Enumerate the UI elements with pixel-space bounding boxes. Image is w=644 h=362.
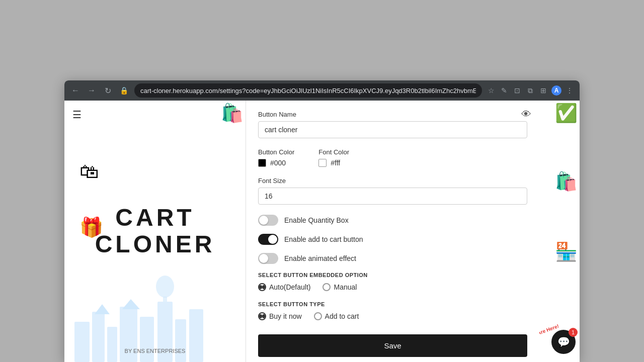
animated-toggle-knob <box>259 254 268 263</box>
user-avatar[interactable]: A <box>551 85 561 96</box>
button-name-label: Button Name <box>258 111 527 118</box>
menu-icon[interactable]: ⋮ <box>565 85 575 96</box>
svg-rect-2 <box>107 327 117 362</box>
cart-toggle-label: Enable add to cart button <box>284 235 363 243</box>
deco-market-icon: 🏪 <box>555 241 578 262</box>
svg-rect-11 <box>163 297 167 302</box>
buy-radio-label: Buy it now <box>269 312 302 320</box>
add-radio-item[interactable]: Add to cart <box>314 312 359 320</box>
right-deco-column: ✅ 🛍️ 🏪 We Are Here! 💬 1 <box>539 101 580 362</box>
buy-radio-circle <box>258 312 266 320</box>
embedded-radio-group: Auto(Default) Manual <box>258 283 527 291</box>
back-button[interactable]: ← <box>69 84 82 97</box>
browser-actions: ☆ ✎ ⊡ ⧉ ⊞ A ⋮ <box>486 85 575 96</box>
button-color-value: #000 <box>258 159 294 167</box>
sidebar: ☰ 🛍️ CART CLONER 🛍 🎁 <box>64 101 246 362</box>
embedded-section-title: SELECT BUTTON EMBEDDED OPTION <box>258 272 527 278</box>
sidebar-menu-icon[interactable]: ☰ <box>72 109 82 121</box>
cart-toggle-row: Enable add to cart button <box>258 234 527 245</box>
deco-gift: 🎁 <box>79 216 103 238</box>
auto-radio-circle <box>258 283 266 291</box>
animated-toggle-label: Enable animated effect <box>284 254 356 262</box>
manual-radio-item[interactable]: Manual <box>323 283 357 291</box>
svg-marker-9 <box>122 299 140 309</box>
eye-icon[interactable]: 👁 <box>521 109 531 120</box>
deco-bags-icon: 🛍️ <box>555 171 578 192</box>
quantity-toggle-knob <box>259 216 268 225</box>
chat-icon: 💬 <box>557 336 570 348</box>
quantity-toggle[interactable] <box>258 215 278 226</box>
cart-toggle[interactable] <box>258 234 278 245</box>
lock-icon: 🔒 <box>120 86 128 95</box>
brand-container: CART CLONER <box>95 205 215 258</box>
grid-icon[interactable]: ⊞ <box>538 85 548 96</box>
add-radio-label: Add to cart <box>325 312 359 320</box>
buy-radio-item[interactable]: Buy it now <box>258 312 302 320</box>
svg-marker-8 <box>95 304 110 314</box>
type-section-title: SELECT BUTTON TYPE <box>258 301 527 307</box>
manual-radio-label: Manual <box>334 283 357 291</box>
font-size-group: Font Size <box>258 177 527 205</box>
customize-icon[interactable]: ✎ <box>499 85 509 96</box>
animated-toggle-row: Enable animated effect <box>258 253 527 264</box>
font-size-input[interactable] <box>258 188 527 205</box>
manual-radio-circle <box>323 283 331 291</box>
bookmark-icon[interactable]: ☆ <box>486 85 496 96</box>
auto-radio-label: Auto(Default) <box>269 283 310 291</box>
svg-rect-6 <box>175 319 186 362</box>
quantity-toggle-label: Enable Quantity Box <box>284 216 349 224</box>
forward-button[interactable]: → <box>86 84 98 97</box>
button-color-label: Button Color <box>258 148 294 156</box>
font-color-group: Font Color #fff <box>318 148 349 167</box>
button-name-input[interactable] <box>258 121 527 138</box>
font-size-label: Font Size <box>258 177 527 185</box>
svg-rect-4 <box>140 317 154 362</box>
settings-panel: 👁 Button Name Button Color #000 Font Col… <box>246 101 539 362</box>
embedded-option-group: SELECT BUTTON EMBEDDED OPTION Auto(Defau… <box>258 272 527 291</box>
refresh-button[interactable]: ↻ <box>102 84 114 97</box>
deco-check-icon: ✅ <box>555 103 578 124</box>
quantity-toggle-row: Enable Quantity Box <box>258 215 527 226</box>
cart-toggle-knob <box>268 235 277 244</box>
button-type-group: SELECT BUTTON TYPE Buy it now Add to car… <box>258 301 527 320</box>
font-color-hex: #fff <box>331 159 340 167</box>
auto-radio-item[interactable]: Auto(Default) <box>258 283 310 291</box>
type-radio-group: Buy it now Add to cart <box>258 312 527 320</box>
brand-text: CART CLONER <box>95 205 215 258</box>
color-row: Button Color #000 Font Color #fff <box>258 148 527 167</box>
address-bar[interactable] <box>134 83 482 98</box>
screenshare-icon[interactable]: ⊡ <box>512 85 522 96</box>
browser-toolbar: ← → ↻ 🔒 ☆ ✎ ⊡ ⧉ ⊞ A ⋮ <box>64 80 580 101</box>
deco-bag-top: 🛍️ <box>221 103 244 124</box>
button-name-group: Button Name <box>258 111 527 138</box>
font-color-label: Font Color <box>318 148 349 156</box>
svg-rect-7 <box>189 309 203 362</box>
chat-widget[interactable]: 💬 1 <box>551 330 576 354</box>
svg-point-10 <box>156 276 174 298</box>
animated-toggle[interactable] <box>258 253 278 264</box>
button-color-group: Button Color #000 <box>258 148 294 167</box>
svg-rect-0 <box>74 322 90 362</box>
page-content: ☰ 🛍️ CART CLONER 🛍 🎁 <box>64 101 580 362</box>
add-radio-circle <box>314 312 322 320</box>
sidebar-footer: BY ENS ENTERPRISES <box>64 348 246 354</box>
chat-badge: 1 <box>569 328 578 337</box>
svg-rect-1 <box>92 312 105 362</box>
save-button[interactable]: Save <box>258 334 527 357</box>
font-color-value: #fff <box>318 159 349 167</box>
bg-city-illustration <box>64 261 246 362</box>
button-color-hex: #000 <box>270 159 286 167</box>
font-color-swatch[interactable] <box>318 159 327 167</box>
deco-grocery: 🛍 <box>79 161 99 183</box>
extension-icon[interactable]: ⧉ <box>525 85 535 96</box>
button-color-swatch[interactable] <box>258 159 266 167</box>
